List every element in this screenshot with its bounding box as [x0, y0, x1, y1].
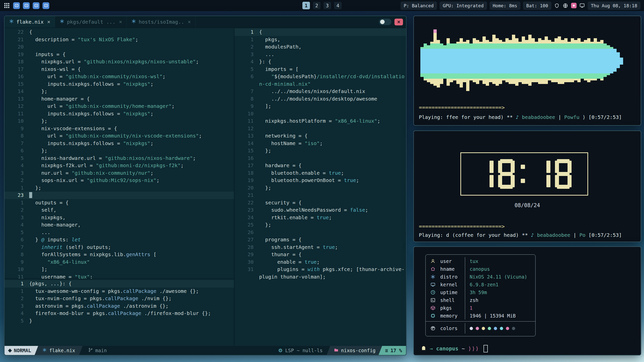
fetch-row-distro: distroNixOS 24.11 (Vicuna) [426, 273, 535, 281]
tabline-controls: × [379, 16, 406, 28]
project-badge: nixos-config [327, 346, 382, 355]
code-text: username = "tux"; [29, 273, 234, 279]
shell-prompt[interactable]: → canopus ~ ⟩⟩⟩ [421, 345, 488, 352]
code-text: enable = true; [259, 258, 406, 266]
workspace-tag-3[interactable]: 3 [324, 2, 331, 9]
ghost-icon [421, 345, 426, 352]
code-line: 2 modulesPath, [234, 43, 406, 51]
code-text [259, 155, 406, 162]
waveform-column [535, 42, 538, 82]
fetch-label: distro [440, 274, 465, 280]
code-line: 23 sudo.wheelNeedsPassword = false; [234, 206, 406, 214]
code-text: inputs.nixpkgs.follows = "nixpkgs"; [29, 80, 234, 88]
code-line: 11 nixpkgs.hostPlatform = "x86_64-linux"… [234, 117, 406, 125]
code-text: security = { [259, 199, 406, 207]
waveform-column [460, 38, 463, 87]
fetch-label: shell [440, 297, 465, 303]
code-line: 10 }; [5, 117, 234, 125]
taskbar-app-icon[interactable] [43, 2, 49, 9]
code-text: nixpkgs.url = "github:nixos/nixpkgs/nixo… [29, 58, 234, 66]
shield-icon[interactable] [554, 3, 560, 9]
code-text: inputs.nixpkgs.follows = "nixpkgs"; [29, 110, 234, 118]
fetch-row-shell: shellzsh [426, 296, 535, 304]
code-text: description = "tux's NixOS Flake"; [29, 36, 234, 43]
line-number: 9 [5, 258, 29, 266]
waveform-column [522, 36, 525, 84]
line-number: 6 [5, 236, 29, 244]
code-line: 14 hostName = "iso"; [234, 140, 406, 147]
line-number: 15 [5, 80, 29, 88]
record-icon[interactable] [571, 3, 577, 8]
now-playing-text: Playing: ffee for your head) ** ♪ beabad… [419, 114, 622, 120]
buffer-hosts-iso-nix[interactable]: 1{1 pkgs,2 modulesPath,3 ...4}: {5 impor… [234, 28, 406, 346]
waveform-column [450, 43, 453, 82]
waveform-column [548, 40, 551, 80]
code-text: tux-awesome-wm-config = pkgs.callPackage… [29, 288, 234, 295]
code-line: 5 nixos-hardware.url = "github:nixos/nix… [5, 155, 234, 162]
code-line: 4 nixpkgs-f2k.url = "github:moni-dz/nixp… [5, 162, 234, 169]
code-line: 17 nixos-wsl = { [5, 66, 234, 73]
taskbar-app-icon[interactable] [13, 2, 20, 9]
globe-icon[interactable] [562, 3, 569, 9]
code-text: bluetooth.powerOnBoot = true; [259, 177, 406, 184]
tab-flake-nix[interactable]: flake.nix× [5, 16, 55, 28]
code-text: {pkgs, ...}: { [29, 280, 234, 288]
code-text: }; [29, 184, 234, 192]
color-dot [470, 327, 473, 330]
left-split: 22{21 description = "tux's NixOS Flake";… [5, 28, 234, 346]
waveform-column [476, 40, 479, 84]
snowflake-icon [426, 274, 440, 279]
code-line: 1 pkgs, [234, 36, 406, 43]
toggle-switch[interactable] [379, 19, 391, 25]
line-number: 1 [234, 28, 259, 36]
buffer-pkgs-default-nix[interactable]: 1{pkgs, ...}: {1 tux-awesome-wm-config =… [5, 279, 234, 346]
code-line: 20 [5, 43, 234, 51]
scroll-percent: ≡ 17 % [379, 346, 406, 355]
line-number: 15 [234, 147, 259, 155]
line-number: 31 [234, 266, 259, 273]
app-launcher-grid-icon[interactable] [4, 2, 10, 9]
workspace-tag-1[interactable]: 1 [302, 2, 310, 9]
code-text [29, 43, 234, 51]
home-icon [426, 266, 440, 272]
line-number: 23 [5, 192, 29, 199]
line-number: 3 [234, 51, 259, 58]
tab-pkgs-default-[interactable]: pkgs/default ...× [55, 16, 127, 28]
tab-hosts-isoImag-[interactable]: hosts/isoImag..× [127, 16, 195, 28]
code-text: ]; [259, 103, 406, 110]
code-text: bluetooth.enable = true; [259, 169, 406, 177]
code-line: 11 username = "tux"; [5, 273, 234, 279]
taskbar-app-icon[interactable] [23, 2, 30, 9]
buffer-flake-nix[interactable]: 22{21 description = "tux's NixOS Flake";… [5, 28, 234, 279]
waveform-column [617, 52, 620, 68]
workspace-tag-4[interactable]: 4 [334, 2, 342, 9]
code-line: 2 tux-nvim-config = pkgs.callPackage ./n… [5, 295, 234, 302]
code-text: ../../modules/nixos/default.nix [259, 88, 406, 95]
taskbar-app-icon[interactable] [33, 2, 39, 9]
waveform-column [453, 43, 456, 80]
line-number: 5 [5, 317, 29, 325]
waveform-column [499, 40, 502, 84]
code-text: inputs = { [29, 51, 234, 58]
display-icon[interactable] [579, 3, 585, 9]
tab-close-icon[interactable]: × [188, 19, 191, 25]
code-text: inherit (self) outputs; [29, 244, 234, 251]
fetch-label: memory [440, 313, 465, 319]
line-number: 4 [234, 58, 259, 66]
line-number: 21 [234, 192, 259, 199]
tab-close-icon[interactable]: × [119, 19, 122, 25]
code-line: 8 ../../modules/nixos/desktop/awesome [234, 95, 406, 103]
line-number: 18 [5, 58, 29, 66]
line-number: 3 [5, 169, 29, 177]
code-text: forAllSystems = nixpkgs.lib.genAttrs [ [29, 251, 234, 258]
fetch-label: kernel [440, 282, 465, 287]
code-line: 14 }; [5, 88, 234, 95]
code-text: }; [259, 184, 406, 192]
workspace-tag-2[interactable]: 2 [313, 2, 320, 9]
tab-close-icon[interactable]: × [47, 19, 50, 25]
waveform-column [584, 40, 587, 80]
window-close-button[interactable]: × [394, 19, 403, 25]
code-text: tux-nvim-config = pkgs.callPackage ./nvi… [29, 295, 234, 302]
code-line: 28 ssh.startAgent = true; [234, 244, 406, 251]
line-number: 2 [5, 206, 29, 214]
